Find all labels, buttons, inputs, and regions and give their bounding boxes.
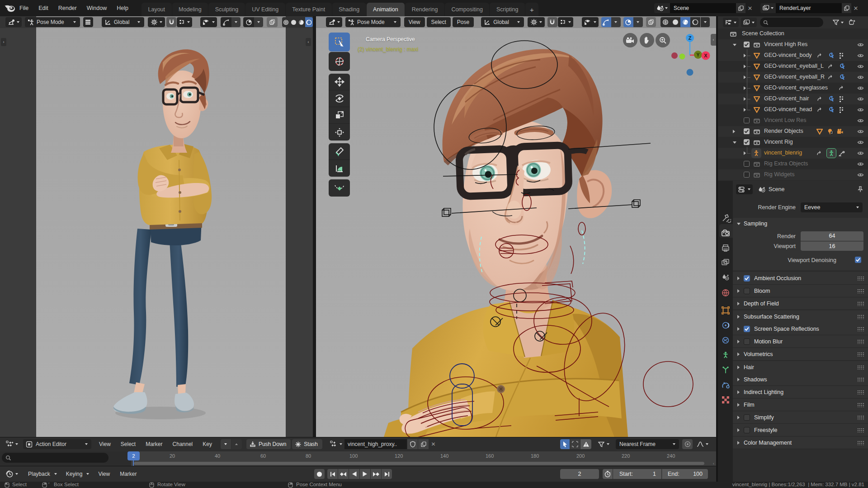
svg-text:Y: Y [696,52,700,57]
svg-text:Z: Z [689,35,692,41]
svg-text:X: X [704,53,708,58]
